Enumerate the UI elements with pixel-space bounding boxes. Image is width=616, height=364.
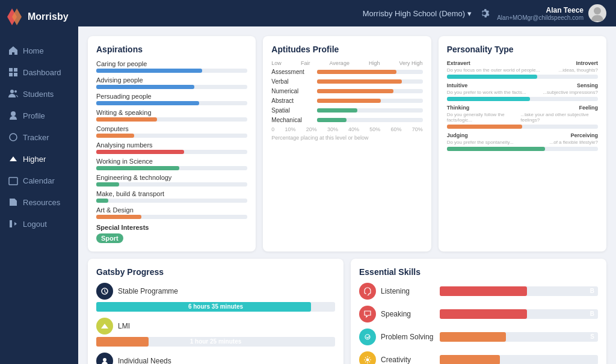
aspiration-label: Engineering & technology (96, 174, 247, 181)
aspiration-label: Make, build & transport (96, 190, 247, 197)
svg-point-9 (10, 134, 17, 141)
sidebar-item-label: Profile (23, 111, 45, 120)
svg-point-8 (11, 111, 16, 116)
resources-icon (8, 197, 18, 207)
aspiration-label: Computers (96, 125, 247, 132)
aspiration-item: Computers (96, 125, 247, 138)
aspiration-item: Working in Science (96, 158, 247, 170)
svg-point-13 (103, 358, 106, 362)
svg-rect-2 (9, 68, 13, 72)
special-interests-label: Special Interests (96, 224, 247, 231)
gatsby-title: Gatsby Progress (96, 267, 335, 277)
profile-icon (8, 111, 18, 120)
school-selector[interactable]: Morrisby High School (Demo) ▾ (363, 9, 472, 18)
svg-point-6 (10, 90, 14, 93)
sidebar-item-home[interactable]: Home (0, 40, 78, 61)
aspiration-label: Caring for people (96, 60, 247, 67)
user-email: Alan+MOMgr@childspeech.com (497, 14, 584, 21)
aptitude-row: Abstract (271, 97, 422, 104)
topbar: Morrisby High School (Demo) ▾ Alan Teece… (78, 0, 616, 26)
students-icon (8, 89, 18, 99)
sidebar-item-resources[interactable]: Resources (0, 191, 78, 213)
sidebar-item-label: Calendar (23, 176, 55, 185)
avatar (588, 4, 606, 22)
sidebar-item-label: Logout (23, 220, 47, 229)
sidebar-item-students[interactable]: Students (0, 83, 78, 105)
svg-rect-3 (14, 68, 17, 72)
morrisby-logo-icon (7, 8, 24, 25)
gatsby-individual-icon (96, 353, 113, 364)
home-icon (8, 46, 18, 55)
aptitudes-card: Aptitudes Profile Low Fair Average High … (263, 36, 431, 251)
sidebar-item-higher[interactable]: Higher (0, 148, 78, 170)
gatsby-lmi-label: LMI (118, 322, 130, 330)
aptitude-label: Assessment (271, 69, 313, 75)
aspiration-item: Make, build & transport (96, 190, 247, 203)
skills-title: Essential Skills (359, 267, 598, 277)
sidebar-item-logout[interactable]: Logout (0, 213, 78, 235)
axis-labels: 0 10% 20% 30% 40% 50% 60% 70% (271, 126, 422, 132)
aptitude-label: Numerical (271, 88, 313, 94)
sport-badge: Sport (96, 233, 123, 243)
skill-item: Creativity (359, 351, 598, 364)
aptitudes-title: Aptitudes Profile (271, 45, 422, 54)
aspiration-label: Art & Design (96, 206, 247, 214)
aspiration-label: Advising people (96, 76, 247, 84)
sidebar-nav: Home Dashboard Students Profile Tracker … (0, 34, 78, 364)
personality-title: Personality Type (447, 45, 598, 54)
gatsby-item: Individual Needs 6 hours 35 minutes (96, 353, 335, 364)
personality-judging-header: Judging Perceiving (447, 132, 598, 138)
aptitude-label: Verbal (271, 78, 313, 85)
skill-label: Listening (381, 287, 435, 295)
aspiration-label: Working in Science (96, 158, 247, 165)
aspiration-item: Art & Design (96, 206, 247, 219)
user-info: Alan Teece Alan+MOMgr@childspeech.com (497, 4, 606, 22)
aptitude-label: Abstract (271, 97, 313, 104)
aptitude-header: Low Fair Average High Very High (271, 60, 422, 66)
main-area: Morrisby High School (Demo) ▾ Alan Teece… (78, 0, 616, 364)
higher-icon (8, 154, 18, 164)
gatsby-card: Gatsby Progress Stable Programme 6 hours… (88, 259, 343, 364)
creativity-icon (359, 351, 376, 364)
gatsby-item: LMI 1 hour 25 minutes (96, 318, 335, 347)
personality-header: Extravert Introvert (447, 60, 598, 66)
svg-point-15 (366, 359, 369, 362)
gatsby-lmi-time: 1 hour 25 minutes (96, 337, 335, 347)
gatsby-individual-label: Individual Needs (118, 357, 171, 364)
sidebar: Morrisby Home Dashboard Students Profile… (0, 0, 78, 364)
top-cards: Aspirations Caring for people Advising p… (88, 36, 606, 251)
aspiration-item: Advising people (96, 76, 247, 89)
aptitude-label: Spatial (271, 107, 313, 114)
skill-label: Speaking (381, 310, 435, 318)
sidebar-item-calendar[interactable]: Calendar (0, 170, 78, 191)
aptitude-label: Mechanical (271, 117, 313, 123)
skill-rating: B (590, 286, 594, 296)
sidebar-item-label: Higher (23, 155, 46, 164)
personality-intuitive-header: Intuitive Sensing (447, 82, 598, 88)
sidebar-item-label: Home (23, 46, 44, 55)
sidebar-item-tracker[interactable]: Tracker (0, 126, 78, 148)
skill-item: Listening B (359, 283, 598, 300)
gatsby-lmi-icon (96, 318, 113, 335)
gatsby-stable-icon (96, 283, 113, 300)
aspiration-item: Caring for people (96, 60, 247, 73)
logout-icon (8, 219, 18, 229)
aspiration-label: Persuading people (96, 93, 247, 100)
axis-footnote: Percentage placing at this level or belo… (271, 135, 422, 141)
sidebar-item-label: Tracker (23, 133, 49, 142)
sidebar-item-dashboard[interactable]: Dashboard (0, 61, 78, 83)
bottom-cards: Gatsby Progress Stable Programme 6 hours… (88, 259, 606, 364)
aspiration-item: Engineering & technology (96, 174, 247, 187)
tracker-icon (8, 132, 18, 142)
gatsby-stable-time: 6 hours 35 minutes (96, 302, 335, 312)
listening-icon (359, 283, 376, 300)
aspiration-label: Analysing numbers (96, 141, 247, 149)
gear-icon[interactable] (479, 8, 490, 19)
skill-label: Problem Solving (381, 333, 435, 341)
calendar-icon (8, 176, 18, 185)
aspiration-item: Persuading people (96, 93, 247, 105)
svg-point-7 (14, 90, 17, 93)
problem-solving-icon (359, 329, 376, 345)
sidebar-item-profile[interactable]: Profile (0, 105, 78, 126)
personality-thinking-header: Thinking Feeling (447, 105, 598, 111)
